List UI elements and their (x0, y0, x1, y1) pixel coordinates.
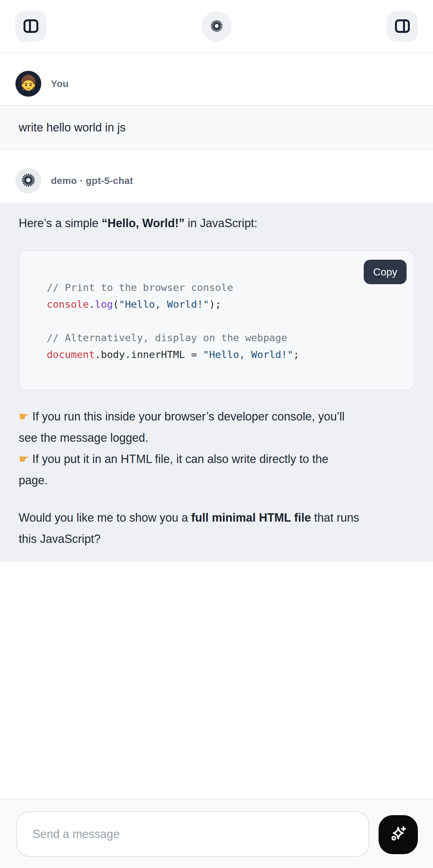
send-button[interactable] (378, 815, 418, 854)
user-speaker-label: You (51, 78, 69, 89)
code-block: Copy // Print to the browser console con… (19, 250, 414, 391)
assistant-agent-name: demo (51, 175, 77, 186)
starburst-icon (210, 19, 223, 34)
message-input[interactable] (17, 811, 369, 857)
model-spinner-button[interactable] (202, 11, 231, 41)
panel-left-icon (23, 19, 39, 35)
person-emoji-icon (16, 71, 41, 97)
top-bar (0, 0, 433, 54)
code-line: document.body.innerHTML = "Hello, World!… (47, 346, 386, 363)
user-turn-header: You (0, 54, 433, 105)
assistant-model-name: gpt-5-chat (86, 175, 133, 186)
composer-bar (0, 799, 433, 868)
assistant-followup: Would you like me to show you a full min… (19, 507, 414, 550)
speaker-separator: · (77, 175, 86, 186)
assistant-speaker-label: demo · gpt-5-chat (51, 175, 133, 186)
user-message-text: write hello world in js (19, 121, 414, 135)
code-line: // Alternatively, display on the webpage (47, 329, 386, 346)
starburst-icon (21, 173, 36, 189)
user-avatar (16, 71, 41, 97)
code-content: // Print to the browser console console.… (47, 279, 386, 363)
panel-right-icon (395, 19, 410, 35)
assistant-notes: ☛ If you run this inside your browser’s … (19, 406, 414, 491)
note-line: ☛ If you put it in an HTML file, it can … (19, 448, 414, 470)
sidebar-toggle-button[interactable] (15, 11, 47, 42)
note-line: ☛ If you run this inside your browser’s … (19, 406, 414, 427)
user-message: write hello world in js (0, 105, 433, 150)
note-line: page. (19, 470, 414, 491)
code-line (47, 313, 386, 329)
assistant-turn-header: demo · gpt-5-chat (0, 150, 433, 202)
code-line: // Print to the browser console (47, 279, 386, 296)
assistant-message: Here’s a simple “Hello, World!” in JavaS… (0, 202, 433, 562)
sparkle-icon (388, 824, 409, 846)
copy-button[interactable]: Copy (364, 260, 407, 284)
right-panel-toggle-button[interactable] (386, 11, 418, 42)
assistant-intro-line: Here’s a simple “Hello, World!” in JavaS… (19, 213, 414, 234)
code-line: console.log("Hello, World!"); (47, 296, 386, 313)
assistant-avatar (16, 168, 41, 194)
note-line: see the message logged. (19, 427, 414, 448)
followup-line: this JavaScript? (19, 528, 414, 550)
chat-app: You write hello world in js (0, 0, 433, 868)
followup-line: Would you like me to show you a full min… (19, 507, 414, 528)
chat-scroll-area[interactable]: You write hello world in js (0, 54, 433, 562)
